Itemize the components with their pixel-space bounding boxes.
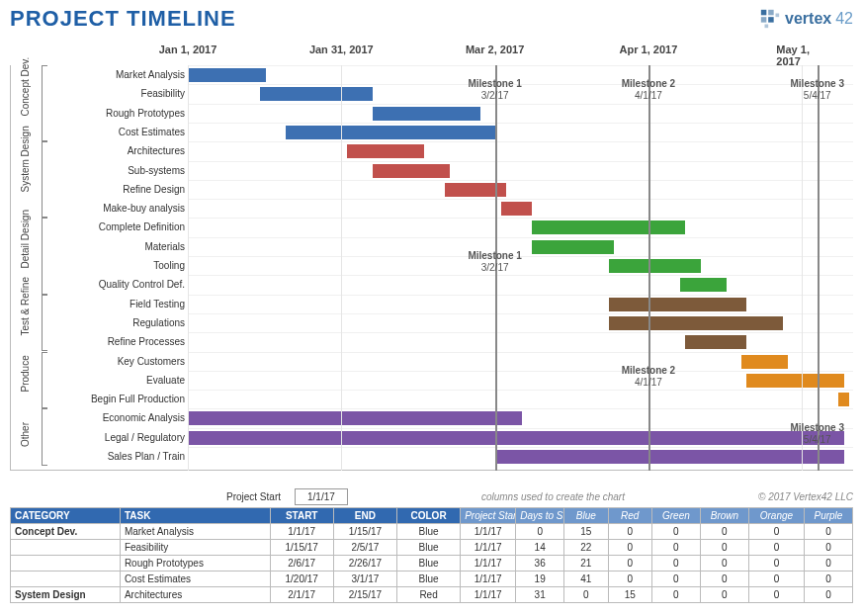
gantt-bar [286,126,495,139]
row-gridline [189,65,853,66]
gantt-bar [373,107,480,121]
row-gridline [189,371,853,372]
row-gridline [189,352,853,353]
task-row: Field Testing [11,295,853,313]
table-cell: 0 [651,540,700,556]
row-gridline [189,199,853,200]
task-row: Begin Full Production [11,390,853,408]
table-cell: 2/6/17 [270,556,333,572]
axis-tick-label: Jan 31, 2017 [309,44,374,55]
brand-logo: vertex42 [759,8,853,30]
gantt-bar [532,220,685,234]
table-cell: Concept Dev. [11,524,121,540]
table-cell: 1/15/17 [333,524,396,540]
table-header-light: Red [608,508,651,524]
gantt-bar [347,144,424,158]
table-cell: 0 [804,572,852,587]
table-cell: Blue [396,556,460,572]
table-cell: Blue [396,540,460,556]
row-gridline [189,123,853,124]
table-cell: 22 [564,540,608,556]
row-gridline [189,141,853,142]
task-row: Architectures [11,141,853,160]
table-cell: 21 [564,556,608,572]
table-cell: 2/26/17 [333,556,396,572]
table-cell: 19 [516,572,564,587]
gantt-bar [746,374,843,388]
group-label: Produce [20,363,31,393]
table-row: System DesignArchitectures2/1/172/15/17R… [11,587,853,603]
table-cell: 0 [804,540,852,556]
group-bracket [42,65,47,141]
copyright: © 2017 Vertex42 LLC [758,491,853,502]
task-row: Legal / Regulatory [11,428,853,447]
svg-rect-1 [768,10,774,16]
table-cell: 1/1/17 [461,572,516,587]
table-cell [11,556,121,572]
row-gridline [189,180,853,181]
table-cell: 0 [700,587,748,603]
table-header-light: Purple [804,508,852,524]
table-header-light: Green [651,508,700,524]
gantt-bar [685,335,746,349]
row-gridline [189,447,853,448]
table-cell: 0 [748,540,804,556]
table-header-light: Days to Start [516,508,564,524]
table-cell: 1/1/17 [461,540,516,556]
table-cell: 0 [608,556,651,572]
table-cell: System Design [11,587,121,603]
gridline [802,65,803,471]
axis-tick-label: Mar 2, 2017 [466,44,524,55]
table-row: Cost Estimates1/20/173/1/17Blue1/1/17194… [11,572,853,587]
row-gridline [189,104,853,105]
row-gridline [189,428,853,429]
table-cell: Feasibility [120,540,270,556]
table-cell: 15 [608,587,651,603]
brand-name: vertex [785,10,831,28]
table-header-light: Blue [564,508,608,524]
gantt-bar [532,240,614,254]
svg-rect-5 [765,25,769,29]
task-label: Quality Control Def. [11,275,189,294]
table-cell [11,572,121,587]
gantt-bar [680,278,727,292]
table-cell: 0 [804,556,852,572]
gridline [341,65,342,471]
group-label: Concept Dev. [20,86,31,116]
group-bracket [42,352,47,409]
gantt-bar [501,202,532,216]
row-gridline [189,313,853,314]
table-cell: 0 [700,572,748,587]
task-label: Economic Analysis [11,408,189,427]
table-cell: Rough Prototypes [120,556,270,572]
svg-rect-0 [761,10,767,16]
table-cell: 31 [516,587,564,603]
row-gridline [189,218,853,219]
gantt-bar [496,450,844,464]
row-gridline [189,390,853,391]
page-title: PROJECT TIMELINE [10,6,236,32]
task-label: Legal / Regulatory [11,428,189,447]
task-label: Market Analysis [11,65,189,84]
table-cell: 0 [651,556,700,572]
task-row: Market Analysis [11,65,853,84]
data-table: CATEGORYTASKSTARTENDCOLORProject StartDa… [10,507,853,603]
task-row: Rough Prototypes [11,104,853,123]
task-label: Refine Processes [11,332,189,351]
task-label: Materials [11,237,189,256]
table-cell: 1/15/17 [270,540,333,556]
meta-row: Project Start 1/1/17 columns used to cre… [10,488,853,505]
table-cell: 1/1/17 [461,587,516,603]
group-label: Test & Refine [20,306,31,335]
task-label: Regulations [11,313,189,332]
table-cell: 0 [700,556,748,572]
gantt-bar [373,164,450,178]
table-cell: 36 [516,556,564,572]
table-cell: 0 [651,572,700,587]
task-row: Refine Processes [11,332,853,351]
table-cell: 2/1/17 [270,587,333,603]
task-label: Field Testing [11,295,189,313]
table-cell: Blue [396,572,460,587]
task-row: Evaluate [11,371,853,390]
gantt-bar [189,411,522,425]
